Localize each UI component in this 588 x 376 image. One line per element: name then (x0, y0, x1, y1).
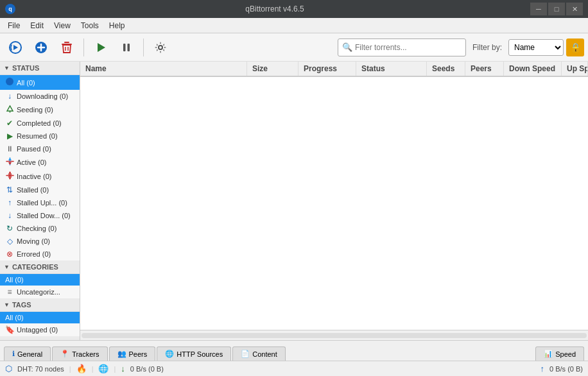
sidebar-item-stalled-label: Stalled (0) (17, 186, 49, 194)
sidebar-item-untagged-label: Untagged (0) (17, 326, 58, 334)
resume-all-button[interactable] (4, 36, 27, 59)
col-header-seeds[interactable]: Seeds (427, 62, 465, 76)
seeding-icon (5, 105, 14, 115)
up-arrow-icon: ↑ (540, 364, 545, 373)
search-input[interactable] (355, 43, 445, 52)
remove-torrent-button[interactable] (55, 36, 78, 59)
svg-point-12 (6, 78, 13, 85)
menu-tools[interactable]: Tools (76, 20, 104, 31)
sidebar-item-completed-label: Completed (0) (17, 119, 62, 127)
sidebar-item-checking[interactable]: ↻ Checking (0) (0, 222, 80, 235)
tab-general-label: General (17, 350, 42, 358)
sidebar-item-downloading[interactable]: ↓ Downloading (0) (0, 90, 80, 103)
close-button[interactable]: ✕ (566, 3, 583, 15)
general-icon: ℹ (12, 350, 15, 358)
add-torrent-button[interactable] (30, 36, 53, 59)
all-icon (5, 77, 14, 88)
filter-by-label: Filter by: (472, 43, 502, 52)
http-sources-icon: 🌐 (165, 350, 174, 358)
status-label: STATUS (12, 64, 39, 72)
sidebar-item-paused[interactable]: ⏸ Paused (0) (0, 142, 80, 155)
sidebar-item-tag-all[interactable]: All (0) (0, 312, 80, 323)
sidebar-item-tag-all-label: All (0) (5, 314, 24, 321)
inactive-icon (5, 171, 14, 182)
sidebar-item-stalled-dow[interactable]: ↓ Stalled Dow... (0) (0, 209, 80, 222)
tags-arrow: ▼ (4, 302, 10, 308)
sidebar-item-moving[interactable]: ◇ Moving (0) (0, 235, 80, 248)
sidebar-item-completed[interactable]: ✔ Completed (0) (0, 117, 80, 130)
sidebar-item-resumed[interactable]: ▶ Resumed (0) (0, 130, 80, 142)
globe-icon: 🌐 (98, 364, 108, 373)
col-header-status[interactable]: Status (356, 62, 427, 76)
svg-marker-18 (8, 162, 12, 165)
downloading-icon: ↓ (5, 92, 14, 101)
col-header-up-speed[interactable]: Up Sp (562, 62, 588, 76)
torrent-list[interactable] (80, 77, 588, 330)
menu-edit[interactable]: Edit (25, 20, 49, 31)
stalled-dow-icon: ↓ (5, 211, 14, 220)
start-button[interactable] (89, 36, 112, 59)
sidebar-item-errored-label: Errored (0) (17, 250, 51, 258)
col-header-down-speed[interactable]: Down Speed (504, 62, 562, 76)
maximize-button[interactable]: □ (548, 3, 565, 15)
sidebar-item-seeding[interactable]: Seeding (0) (0, 103, 80, 117)
sidebar-item-cat-all[interactable]: All (0) (0, 274, 80, 286)
tags-section-header[interactable]: ▼ TAGS (0, 298, 80, 312)
sidebar-item-downloading-label: Downloading (0) (17, 92, 68, 100)
status-arrow: ▼ (4, 65, 10, 71)
h-scroll-track[interactable] (82, 333, 587, 338)
sidebar-item-active[interactable]: Active (0) (0, 155, 80, 169)
tab-trackers[interactable]: 📍 Trackers (52, 346, 107, 361)
sidebar-item-inactive[interactable]: Inactive (0) (0, 169, 80, 184)
pause-button[interactable] (115, 36, 138, 59)
sidebar-item-stalled[interactable]: ⇅ Stalled (0) (0, 184, 80, 196)
sidebar-item-moving-label: Moving (0) (17, 237, 50, 245)
dht-icon: ⬡ (5, 364, 12, 373)
status-section-header[interactable]: ▼ STATUS (0, 62, 80, 75)
tab-content[interactable]: 📄 Content (232, 346, 286, 361)
status-sep1: | (69, 365, 71, 373)
sidebar-item-all[interactable]: All (0) (0, 75, 80, 90)
sidebar-item-stalled-upl-label: Stalled Upl... (0) (17, 199, 67, 207)
svg-rect-9 (123, 44, 126, 51)
menu-file[interactable]: File (3, 20, 25, 31)
bottom-tabs: ℹ General 📍 Trackers 👥 Peers 🌐 HTTP Sour… (0, 340, 588, 361)
sidebar-item-stalled-upl[interactable]: ↑ Stalled Upl... (0) (0, 196, 80, 209)
tab-speed[interactable]: 📊 Speed (535, 346, 584, 361)
dht-status: DHT: 70 nodes (17, 365, 64, 373)
sidebar-item-seeding-label: Seeding (0) (17, 106, 53, 114)
stalled-icon: ⇅ (5, 185, 14, 194)
errored-icon: ⊗ (5, 250, 14, 259)
sidebar-item-active-label: Active (0) (17, 158, 46, 166)
svg-marker-13 (7, 106, 13, 111)
sidebar-item-inactive-label: Inactive (0) (17, 173, 51, 180)
col-header-name[interactable]: Name (80, 62, 247, 76)
tab-peers[interactable]: 👥 Peers (109, 346, 156, 361)
sidebar-item-uncategorized[interactable]: ≡ Uncategoriz... (0, 286, 80, 298)
horizontal-scrollbar[interactable] (80, 330, 588, 340)
completed-icon: ✔ (5, 119, 14, 128)
status-bar: ⬡ DHT: 70 nodes | 🔥 | 🌐 | ↓ 0 B/s (0 B) … (0, 361, 588, 376)
minimize-button[interactable]: ─ (530, 3, 547, 15)
sidebar: ▼ STATUS All (0) ↓ Downloading (0) Seedi… (0, 62, 80, 340)
options-button[interactable] (149, 36, 172, 59)
tab-general[interactable]: ℹ General (4, 346, 51, 361)
col-header-peers[interactable]: Peers (465, 62, 504, 76)
app-icon: q (5, 4, 15, 14)
tab-http-sources[interactable]: 🌐 HTTP Sources (157, 346, 231, 361)
svg-point-11 (159, 46, 162, 49)
menu-view[interactable]: View (49, 20, 76, 31)
menu-help[interactable]: Help (104, 20, 130, 31)
content-icon: 📄 (241, 350, 250, 358)
col-header-progress[interactable]: Progress (298, 62, 356, 76)
search-bar: 🔍 (338, 38, 466, 56)
trackers-section-header[interactable]: ▼ TRACKERS (0, 336, 80, 340)
sidebar-item-untagged[interactable]: 🔖 Untagged (0) (0, 323, 80, 336)
col-header-size[interactable]: Size (247, 62, 298, 76)
filter-by-select[interactable]: Name Hash Save Path Category Tag (508, 39, 564, 56)
up-speed: 0 B/s (0 B) (549, 365, 583, 373)
categories-section-header[interactable]: ▼ CATEGORIES (0, 261, 80, 274)
lock-button[interactable]: 🔒 (566, 38, 584, 56)
sidebar-item-errored[interactable]: ⊗ Errored (0) (0, 248, 80, 261)
sidebar-item-all-label: All (0) (17, 79, 35, 87)
